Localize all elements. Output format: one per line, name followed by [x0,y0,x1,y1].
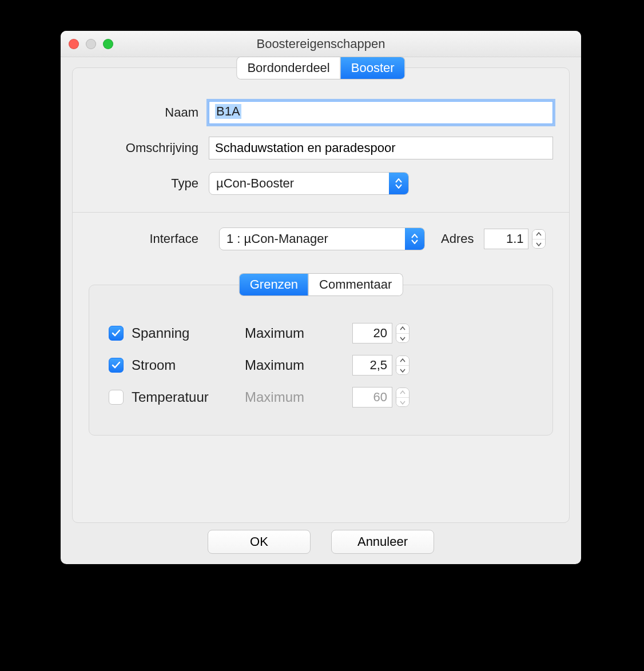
row-interface: Interface 1 : µCon-Manager Adres 1.1 [89,227,553,250]
stroom-label: Stroom [132,357,176,373]
row-naam: Naam B1A [89,101,553,124]
omschrijving-label: Omschrijving [89,141,209,155]
interface-value: 1 : µCon-Manager [220,231,405,246]
stroom-step-down[interactable] [396,365,409,374]
checkbox-icon [109,390,124,405]
limits-panel: Grenzen Commentaar Spanning Maximum 20 [89,285,553,436]
naam-value: B1A [215,104,241,119]
main-tabs: Bordonderdeel Booster [237,57,404,79]
temperatuur-step-up [396,388,409,397]
adres-step-up[interactable] [532,230,545,239]
stroom-max-value[interactable]: 2,5 [352,355,392,376]
tab-grenzen[interactable]: Grenzen [240,274,308,295]
dialog-footer: OK Annuleer [61,530,581,554]
spanning-label: Spanning [132,325,189,341]
temperatuur-max-label: Maximum [245,389,342,405]
divider [73,212,569,213]
adres-stepper[interactable]: 1.1 [484,229,546,249]
limits-tabs: Grenzen Commentaar [240,274,403,295]
stroom-checkbox[interactable]: Stroom [109,357,234,373]
stroom-step-up[interactable] [396,356,409,365]
row-omschrijving: Omschrijving [89,137,553,159]
checkbox-icon [109,326,124,341]
chevron-updown-icon [405,228,424,250]
cancel-button[interactable]: Annuleer [331,530,434,554]
type-label: Type [89,176,209,191]
temperatuur-checkbox[interactable]: Temperatuur [109,389,234,405]
interface-label: Interface [89,231,209,246]
tab-commentaar[interactable]: Commentaar [308,274,402,295]
window-controls [69,39,113,49]
spanning-max-label: Maximum [245,325,342,341]
stroom-stepper[interactable]: 2,5 [352,355,533,376]
spanning-stepper[interactable]: 20 [352,323,533,344]
checkbox-icon [109,358,124,373]
omschrijving-input[interactable] [209,137,553,159]
window-title: Boostereigenschappen [256,37,385,51]
type-select[interactable]: µCon-Booster [209,172,409,195]
row-stroom: Stroom Maximum 2,5 [109,355,533,376]
adres-step-down[interactable] [532,239,545,248]
naam-input[interactable]: B1A [209,101,553,124]
stroom-max-label: Maximum [245,357,342,373]
adres-label: Adres [441,231,474,246]
row-temperatuur: Temperatuur Maximum 60 [109,387,533,408]
minimize-icon [86,39,96,49]
tab-bordonderdeel[interactable]: Bordonderdeel [237,57,340,79]
spanning-max-value[interactable]: 20 [352,323,392,344]
main-panel: Naam B1A Omschrijving Type µCon-Booster [72,67,570,523]
temperatuur-max-value: 60 [352,387,392,408]
chevron-updown-icon [389,173,408,194]
naam-label: Naam [89,105,209,120]
temperatuur-stepper: 60 [352,387,533,408]
row-spanning: Spanning Maximum 20 [109,323,533,344]
zoom-icon[interactable] [103,39,113,49]
spanning-step-up[interactable] [396,324,409,333]
dialog-window: Boostereigenschappen Bordonderdeel Boost… [61,31,581,564]
spanning-step-down[interactable] [396,333,409,342]
close-icon[interactable] [69,39,79,49]
temperatuur-step-down [396,397,409,406]
tab-booster[interactable]: Booster [340,57,405,79]
adres-value[interactable]: 1.1 [484,229,528,249]
spanning-checkbox[interactable]: Spanning [109,325,234,341]
temperatuur-label: Temperatuur [132,389,209,405]
titlebar: Boostereigenschappen [61,31,581,57]
adres-stepper-buttons [532,229,546,249]
interface-select[interactable]: 1 : µCon-Manager [219,227,425,250]
type-value: µCon-Booster [209,176,389,191]
ok-button[interactable]: OK [208,530,311,554]
row-type: Type µCon-Booster [89,172,553,195]
